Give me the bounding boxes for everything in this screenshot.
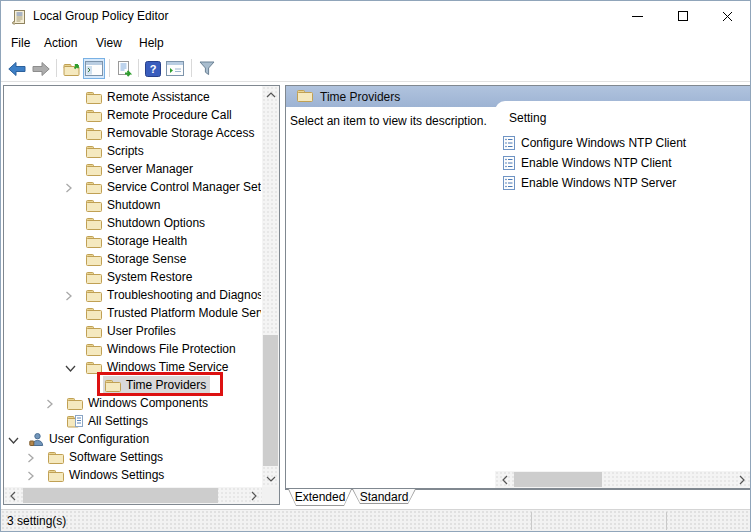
tree-item-removable-storage-access[interactable]: Removable Storage Access bbox=[4, 124, 261, 142]
setting-column-header[interactable]: Setting bbox=[509, 111, 546, 125]
tree-item-service-control-manager-settings[interactable]: Service Control Manager Settings bbox=[4, 178, 261, 196]
tree-item-content[interactable]: Time Providers bbox=[103, 376, 210, 394]
help-icon: ? bbox=[145, 61, 161, 77]
tree-item-windows-settings[interactable]: Windows Settings bbox=[4, 466, 261, 484]
filter-button[interactable] bbox=[196, 58, 218, 79]
menu-view[interactable]: View bbox=[94, 35, 124, 53]
chevron-down-icon[interactable] bbox=[8, 433, 19, 445]
back-button[interactable] bbox=[6, 58, 28, 79]
setting-item-label: Enable Windows NTP Server bbox=[521, 176, 676, 190]
tree-item-content[interactable]: Service Control Manager Settings bbox=[84, 178, 261, 196]
tree-hscroll-thumb[interactable] bbox=[23, 488, 218, 503]
scroll-down-button[interactable] bbox=[262, 470, 279, 487]
tree-item-server-manager[interactable]: Server Manager bbox=[4, 160, 261, 178]
setting-item-enable-windows-ntp-client[interactable]: Enable Windows NTP Client bbox=[503, 154, 672, 172]
tab-standard[interactable]: Standard bbox=[352, 489, 416, 504]
tree-item-label: Time Providers bbox=[126, 376, 206, 394]
setting-item-configure-windows-ntp-client[interactable]: Configure Windows NTP Client bbox=[503, 134, 686, 152]
tree-item-software-settings[interactable]: Software Settings bbox=[4, 448, 261, 466]
tree-item-content[interactable]: Server Manager bbox=[84, 160, 197, 178]
folder-icon bbox=[86, 199, 102, 212]
setting-item-enable-windows-ntp-server[interactable]: Enable Windows NTP Server bbox=[503, 174, 676, 192]
menu-action[interactable]: Action bbox=[42, 35, 79, 53]
tree-item-content[interactable]: Storage Sense bbox=[84, 250, 190, 268]
menu-help[interactable]: Help bbox=[137, 35, 166, 53]
chevron-down-icon[interactable] bbox=[65, 361, 76, 373]
chevron-right-icon[interactable] bbox=[65, 181, 76, 193]
tree-item-shutdown-options[interactable]: Shutdown Options bbox=[4, 214, 261, 232]
tree-vscroll-thumb[interactable] bbox=[263, 335, 278, 466]
window-title: Local Group Policy Editor bbox=[33, 9, 168, 23]
tree-item-shutdown[interactable]: Shutdown bbox=[4, 196, 261, 214]
scroll-left-button[interactable] bbox=[496, 471, 513, 488]
chevron-right-icon[interactable] bbox=[46, 397, 57, 409]
selected-node-title: Time Providers bbox=[320, 90, 400, 104]
tree-item-content[interactable]: Windows Time Service bbox=[84, 358, 232, 376]
tree-item-windows-components[interactable]: Windows Components bbox=[4, 394, 261, 412]
tree-item-content[interactable]: Storage Health bbox=[84, 232, 191, 250]
tree-item-content[interactable]: Trusted Platform Module Services bbox=[84, 304, 261, 322]
folder-icon bbox=[67, 397, 83, 410]
tree-item-user-profiles[interactable]: User Profiles bbox=[4, 322, 261, 340]
tree-item-remote-procedure-call[interactable]: Remote Procedure Call bbox=[4, 106, 261, 124]
tree-item-storage-health[interactable]: Storage Health bbox=[4, 232, 261, 250]
local-group-policy-editor-window: Local Group Policy Editor File Action Vi… bbox=[0, 0, 751, 532]
show-console-tree-button[interactable] bbox=[83, 58, 105, 79]
tree-item-system-restore[interactable]: System Restore bbox=[4, 268, 261, 286]
tree-item-user-configuration[interactable]: User Configuration bbox=[4, 430, 261, 448]
tree-item-label: Server Manager bbox=[107, 160, 193, 178]
tree-item-remote-assistance[interactable]: Remote Assistance bbox=[4, 88, 261, 106]
tree-item-storage-sense[interactable]: Storage Sense bbox=[4, 250, 261, 268]
tree-item-content[interactable]: Shutdown bbox=[84, 196, 164, 214]
tree-item-label: Windows File Protection bbox=[107, 340, 236, 358]
toolbar-separator bbox=[56, 59, 57, 77]
help-button[interactable]: ? bbox=[142, 58, 164, 79]
settings-hscroll-thumb[interactable] bbox=[514, 472, 602, 487]
tree-item-content[interactable]: Windows Settings bbox=[46, 466, 168, 484]
forward-button[interactable] bbox=[30, 58, 52, 79]
chevron-right-icon[interactable] bbox=[65, 289, 76, 301]
folder-icon bbox=[86, 307, 102, 320]
chevron-right-icon[interactable] bbox=[27, 469, 38, 481]
tree-item-windows-time-service[interactable]: Windows Time Service bbox=[4, 358, 261, 376]
tab-extended[interactable]: Extended bbox=[288, 489, 352, 506]
scroll-right-button[interactable] bbox=[245, 487, 262, 504]
tree-item-content[interactable]: Removable Storage Access bbox=[84, 124, 258, 142]
tree-item-all-settings[interactable]: All Settings bbox=[4, 412, 261, 430]
tree-item-troubleshooting-and-diagnostics[interactable]: Troubleshooting and Diagnostics bbox=[4, 286, 261, 304]
tree-item-content[interactable]: Troubleshooting and Diagnostics bbox=[84, 286, 261, 304]
scroll-right-button[interactable] bbox=[733, 471, 750, 488]
tree-item-trusted-platform-module-services[interactable]: Trusted Platform Module Services bbox=[4, 304, 261, 322]
tree-item-scripts[interactable]: Scripts bbox=[4, 142, 261, 160]
tree-item-content[interactable]: Windows File Protection bbox=[84, 340, 240, 358]
tree-view: Remote AssistanceRemote Procedure CallRe… bbox=[4, 86, 261, 487]
tab-extended-label: Extended bbox=[295, 490, 346, 504]
tree-item-content[interactable]: Remote Procedure Call bbox=[84, 106, 236, 124]
menu-file[interactable]: File bbox=[9, 35, 32, 53]
tree-item-content[interactable]: Windows Components bbox=[65, 394, 212, 412]
title-bar: Local Group Policy Editor bbox=[1, 1, 750, 32]
scroll-left-button[interactable] bbox=[4, 487, 21, 504]
tree-item-label: Removable Storage Access bbox=[107, 124, 254, 142]
tree-item-content[interactable]: System Restore bbox=[84, 268, 196, 286]
maximize-button[interactable] bbox=[660, 1, 706, 31]
show-in-new-window-button[interactable] bbox=[164, 58, 186, 79]
tree-item-content[interactable]: Remote Assistance bbox=[84, 88, 214, 106]
tree-item-content[interactable]: Scripts bbox=[84, 142, 148, 160]
chevron-right-icon[interactable] bbox=[27, 451, 38, 463]
close-icon bbox=[722, 11, 733, 22]
tree-item-windows-file-protection[interactable]: Windows File Protection bbox=[4, 340, 261, 358]
folder-icon bbox=[297, 89, 313, 105]
up-one-level-button[interactable] bbox=[61, 58, 83, 79]
tree-item-time-providers[interactable]: Time Providers bbox=[4, 376, 261, 394]
tree-item-content[interactable]: All Settings bbox=[65, 412, 152, 430]
scroll-up-button[interactable] bbox=[262, 86, 279, 103]
tree-item-content[interactable]: Shutdown Options bbox=[84, 214, 209, 232]
minimize-button[interactable] bbox=[614, 1, 660, 31]
tree-item-content[interactable]: Software Settings bbox=[46, 448, 167, 466]
tree-item-content[interactable]: User Configuration bbox=[27, 430, 153, 448]
tree-item-content[interactable]: User Profiles bbox=[84, 322, 180, 340]
export-list-button[interactable] bbox=[114, 58, 136, 79]
close-button[interactable] bbox=[704, 1, 750, 31]
tree-item-label: Windows Settings bbox=[69, 466, 164, 484]
